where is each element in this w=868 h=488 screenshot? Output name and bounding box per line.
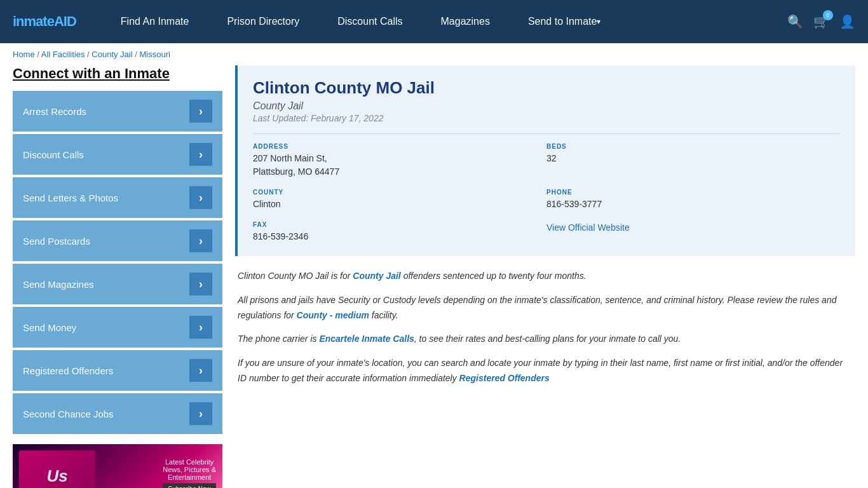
- desc-para4: If you are unsure of your inmate's locat…: [238, 356, 853, 386]
- address-label: ADDRESS: [253, 143, 546, 150]
- beds-label: BEDS: [546, 143, 840, 150]
- nav-discount-calls[interactable]: Discount Calls: [318, 0, 421, 43]
- sidebar-item-label: Second Chance Jobs: [23, 409, 114, 419]
- nav-magazines[interactable]: Magazines: [422, 0, 509, 43]
- view-official-website-link[interactable]: View Official Website: [546, 222, 630, 233]
- desc-para1-post: offenders sentenced up to twenty four mo…: [401, 271, 587, 281]
- sidebar-title: Connect with an Inmate: [13, 65, 222, 82]
- facility-website-field: View Official Website: [546, 221, 840, 243]
- sidebar-item-label: Send Postcards: [23, 236, 90, 247]
- registered-offenders-link[interactable]: Registered Offenders: [459, 373, 550, 383]
- fax-label: FAX: [253, 221, 546, 228]
- sidebar-item-label: Send Money: [23, 322, 76, 333]
- ad-subscribe-button[interactable]: Subscribe Now: [163, 484, 215, 489]
- search-icon[interactable]: 🔍: [787, 14, 803, 29]
- website-value: View Official Website: [546, 221, 840, 234]
- header-icons: 🔍 🛒 0 👤: [787, 14, 855, 29]
- sidebar-item-send-magazines[interactable]: Send Magazines ›: [13, 264, 222, 304]
- sidebar-item-arrest-records[interactable]: Arrest Records ›: [13, 91, 222, 132]
- facility-county-field: COUNTY Clinton: [253, 189, 546, 211]
- sidebar-item-send-postcards[interactable]: Send Postcards ›: [13, 220, 222, 261]
- fax-value: 816-539-2346: [253, 230, 546, 243]
- sidebar-item-label: Send Magazines: [23, 279, 94, 290]
- breadcrumb: Home / All Facilities / County Jail / Mi…: [0, 43, 868, 65]
- address-value: 207 North Main St, Plattsburg, MO 64477: [253, 152, 546, 179]
- sidebar-arrow-icon: ›: [189, 402, 212, 425]
- sidebar-item-second-chance-jobs[interactable]: Second Chance Jobs ›: [13, 393, 222, 434]
- sidebar-item-registered-offenders[interactable]: Registered Offenders ›: [13, 350, 222, 391]
- desc-para3: The phone carrier is Encartele Inmate Ca…: [238, 332, 853, 347]
- cart-badge: 0: [823, 10, 833, 20]
- sidebar-arrow-icon: ›: [189, 316, 212, 339]
- sidebar-ad[interactable]: Us Latest Celebrity News, Pictures & Ent…: [13, 444, 222, 488]
- facility-card: Clinton County MO Jail County Jail Last …: [235, 65, 855, 256]
- cart-icon[interactable]: 🛒 0: [813, 14, 829, 29]
- sidebar-item-discount-calls[interactable]: Discount Calls ›: [13, 134, 222, 175]
- desc-para1-pre: Clinton County MO Jail is for: [238, 271, 353, 281]
- facility-grid: ADDRESS 207 North Main St, Plattsburg, M…: [253, 133, 840, 243]
- county-value: Clinton: [253, 198, 546, 211]
- facility-name: Clinton County MO Jail: [253, 78, 840, 98]
- facility-updated: Last Updated: February 17, 2022: [253, 113, 840, 123]
- sidebar-arrow-icon: ›: [189, 229, 212, 252]
- phone-value: 816-539-3777: [546, 198, 840, 211]
- sidebar-arrow-icon: ›: [189, 359, 212, 382]
- nav-send-to-inmate[interactable]: Send to Inmate: [509, 0, 620, 43]
- sidebar-item-label: Discount Calls: [23, 149, 84, 160]
- sidebar-item-label: Arrest Records: [23, 106, 86, 117]
- facility-type: County Jail: [253, 100, 840, 112]
- phone-label: PHONE: [546, 189, 840, 196]
- sidebar-menu: Arrest Records › Discount Calls › Send L…: [13, 91, 222, 434]
- breadcrumb-missouri[interactable]: Missouri: [139, 50, 170, 59]
- desc-para3-pre: The phone carrier is: [238, 334, 319, 344]
- desc-para2-post: facility.: [369, 310, 398, 320]
- main-nav: Find An Inmate Prison Directory Discount…: [102, 0, 787, 43]
- facility-address-field: ADDRESS 207 North Main St, Plattsburg, M…: [253, 143, 546, 179]
- main-layout: Connect with an Inmate Arrest Records › …: [0, 65, 868, 488]
- sidebar-item-label: Send Letters & Photos: [23, 193, 118, 203]
- user-icon[interactable]: 👤: [839, 14, 855, 29]
- ad-text: Latest Celebrity News, Pictures & Entert…: [163, 458, 216, 489]
- sidebar-arrow-icon: ›: [189, 273, 212, 295]
- encartele-link[interactable]: Encartele Inmate Calls: [319, 334, 414, 344]
- county-jail-link[interactable]: County Jail: [353, 271, 400, 281]
- sidebar-arrow-icon: ›: [189, 143, 212, 166]
- site-header: inmateAID Find An Inmate Prison Director…: [0, 0, 868, 43]
- nav-find-inmate[interactable]: Find An Inmate: [102, 0, 208, 43]
- facility-beds-field: BEDS 32: [546, 143, 840, 179]
- county-medium-link[interactable]: County - medium: [297, 310, 369, 320]
- desc-para1: Clinton County MO Jail is for County Jai…: [238, 269, 853, 284]
- county-label: COUNTY: [253, 189, 546, 196]
- breadcrumb-all-facilities[interactable]: All Facilities: [41, 50, 85, 59]
- desc-para2: All prisons and jails have Security or C…: [238, 293, 853, 323]
- sidebar-arrow-icon: ›: [189, 186, 212, 209]
- sidebar-arrow-icon: ›: [189, 100, 212, 123]
- sidebar-item-label: Registered Offenders: [23, 365, 113, 376]
- facility-fax-field: FAX 816-539-2346: [253, 221, 546, 243]
- sidebar-item-send-letters[interactable]: Send Letters & Photos ›: [13, 177, 222, 218]
- facility-phone-field: PHONE 816-539-3777: [546, 189, 840, 211]
- nav-prison-directory[interactable]: Prison Directory: [208, 0, 318, 43]
- facility-description: Clinton County MO Jail is for County Jai…: [235, 269, 855, 386]
- main-content: Clinton County MO Jail County Jail Last …: [235, 65, 855, 488]
- beds-value: 32: [546, 152, 840, 165]
- breadcrumb-county-jail[interactable]: County Jail: [92, 50, 132, 59]
- breadcrumb-home[interactable]: Home: [13, 50, 35, 59]
- sidebar-item-send-money[interactable]: Send Money ›: [13, 307, 222, 348]
- sidebar: Connect with an Inmate Arrest Records › …: [13, 65, 222, 488]
- logo[interactable]: inmateAID: [13, 13, 76, 30]
- logo-text: inmateAID: [13, 13, 76, 30]
- desc-para3-post: , to see their rates and best-calling pl…: [414, 334, 681, 344]
